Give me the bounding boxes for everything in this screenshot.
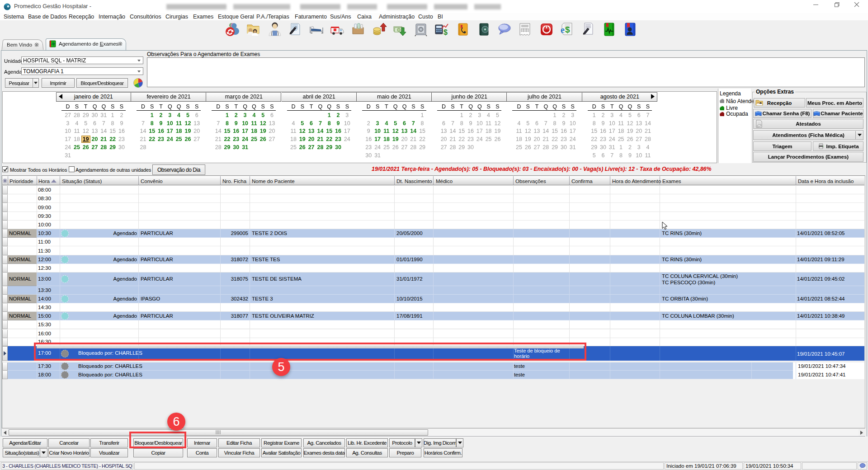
svg-text:$: $ [443, 28, 448, 36]
svg-text:$: $ [565, 25, 570, 34]
svg-text:e: e [561, 25, 565, 35]
